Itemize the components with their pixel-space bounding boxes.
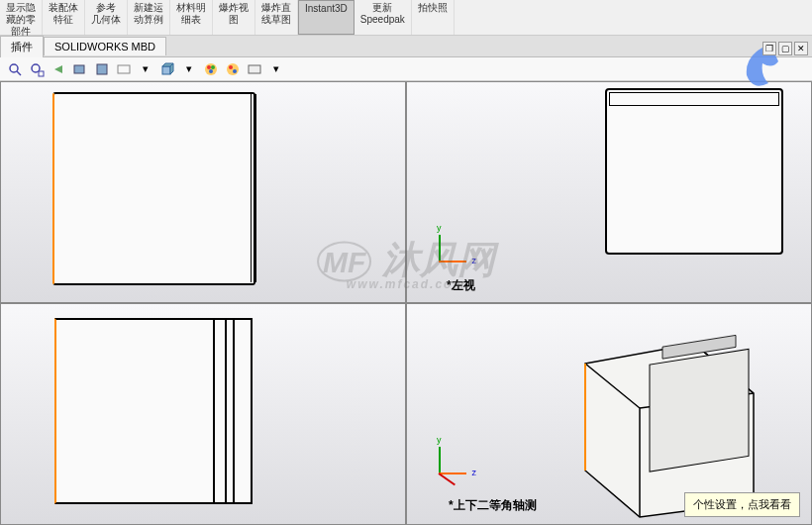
axis-triad xyxy=(427,437,476,486)
zoom-area-icon[interactable] xyxy=(28,60,46,78)
viewport-grid: *左视 *上下二等角轴测 xyxy=(0,81,812,525)
section-view-icon[interactable] xyxy=(71,60,89,78)
ribbon-snapshot[interactable]: 拍快照 xyxy=(412,0,455,35)
svg-rect-7 xyxy=(162,66,170,74)
viewport-top-left[interactable] xyxy=(0,81,406,303)
svg-rect-16 xyxy=(650,349,749,472)
ribbon-new-motion-study[interactable]: 新建运动算例 xyxy=(128,0,170,35)
cube-icon[interactable] xyxy=(158,60,176,78)
maximize-icon[interactable]: ▢ xyxy=(778,42,792,55)
svg-point-10 xyxy=(211,65,215,69)
ribbon-bom[interactable]: 材料明细表 xyxy=(170,0,213,35)
edit-appearance-icon[interactable] xyxy=(202,60,220,78)
model-outline xyxy=(605,88,783,255)
svg-rect-5 xyxy=(97,64,107,74)
tab-addins[interactable]: 插件 xyxy=(0,36,44,57)
viewport-bottom-left[interactable] xyxy=(0,303,406,525)
ribbon-assembly-features[interactable]: 装配体特征 xyxy=(43,0,85,35)
axis-triad xyxy=(427,225,476,274)
svg-point-0 xyxy=(10,64,18,72)
svg-rect-6 xyxy=(118,65,130,73)
chevron-down-icon[interactable]: ▾ xyxy=(180,60,198,78)
prev-view-icon[interactable] xyxy=(50,60,67,78)
model-detail xyxy=(213,320,249,502)
model-isometric xyxy=(407,304,811,524)
svg-rect-3 xyxy=(39,71,44,76)
ribbon: 显示隐藏的零部件 装配体特征 参考几何体 新建运动算例 材料明细表 爆炸视图 爆… xyxy=(0,0,812,36)
ribbon-instant3d[interactable]: Instant3D xyxy=(298,0,355,35)
view-label: *左视 xyxy=(447,277,475,294)
view-settings-icon[interactable] xyxy=(246,60,263,78)
svg-rect-15 xyxy=(249,65,260,73)
zoom-fit-icon[interactable] xyxy=(6,60,24,78)
view-orientation-icon[interactable] xyxy=(93,60,111,78)
hide-show-icon[interactable]: ▾ xyxy=(137,60,154,78)
ribbon-reference-geometry[interactable]: 参考几何体 xyxy=(85,0,128,35)
close-icon[interactable]: ✕ xyxy=(794,42,808,55)
model-outline xyxy=(52,92,255,285)
svg-point-11 xyxy=(209,69,213,73)
ribbon-exploded-line-sketch[interactable]: 爆炸直线草图 xyxy=(255,0,298,35)
svg-rect-4 xyxy=(74,65,84,73)
restore-icon[interactable]: ❐ xyxy=(762,42,776,55)
svg-point-14 xyxy=(233,69,237,73)
settings-tooltip[interactable]: 个性设置，点我看看 xyxy=(684,492,800,517)
svg-point-13 xyxy=(229,65,233,69)
ribbon-hide-components[interactable]: 显示隐藏的零部件 xyxy=(0,0,43,35)
window-controls: ❐ ▢ ✕ xyxy=(762,42,808,55)
viewport-top-right[interactable]: *左视 xyxy=(406,81,812,303)
chevron-down-icon[interactable]: ▾ xyxy=(267,60,285,78)
model-detail xyxy=(225,320,227,502)
view-toolbar: ▾ ▾ ▾ xyxy=(0,57,812,81)
svg-line-1 xyxy=(17,71,21,75)
command-tabs: 插件 SOLIDWORKS MBD xyxy=(0,36,812,57)
view-label: *上下二等角轴测 xyxy=(449,497,537,514)
tab-solidworks-mbd[interactable]: SOLIDWORKS MBD xyxy=(44,37,166,55)
svg-point-9 xyxy=(207,65,211,69)
apply-scene-icon[interactable] xyxy=(224,60,242,78)
display-style-icon[interactable] xyxy=(115,60,133,78)
ribbon-exploded-view[interactable]: 爆炸视图 xyxy=(213,0,255,35)
ribbon-update-speedpak[interactable]: 更新Speedpak xyxy=(355,0,412,35)
model-detail xyxy=(233,320,235,502)
model-detail xyxy=(251,94,256,282)
svg-point-12 xyxy=(227,63,239,75)
